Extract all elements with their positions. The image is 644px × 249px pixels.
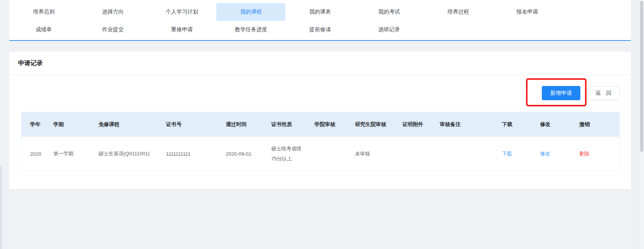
column-header-pass-date: 通过时间 bbox=[222, 112, 268, 137]
column-header-download: 下载 bbox=[498, 112, 536, 137]
tab-cultivation-process[interactable]: 培养过程 bbox=[424, 3, 493, 21]
cell-certificate-no: 1111111111 bbox=[162, 137, 222, 171]
tab-navigation: 培养总则 选择方向 个人学习计划 我的课程 我的课表 我的考试 培养过程 报名申… bbox=[9, 0, 631, 41]
tab-row-2: 成绩单 作业提交 重修申请 教学任务进度 提前修读 选班记录 bbox=[9, 21, 631, 39]
cell-modify: 修改 bbox=[536, 137, 576, 171]
tab-cultivation-rules[interactable]: 培养总则 bbox=[9, 3, 78, 21]
tab-my-courses[interactable]: 我的课程 bbox=[216, 3, 285, 21]
left-edge-shadow bbox=[0, 166, 3, 249]
column-header-certificate-type: 证书性质 bbox=[268, 112, 311, 137]
page: 培养总则 选择方向 个人学习计划 我的课程 我的课表 我的考试 培养过程 报名申… bbox=[0, 0, 644, 249]
add-application-button[interactable]: 新增申请 bbox=[542, 86, 580, 100]
cell-certificate-type: 硕士统考成绩 75分以上 bbox=[268, 137, 311, 171]
records-table: 学年 学期 免修课程 证书号 通过时间 证书性质 学院审核 研究生院审核 证明附… bbox=[21, 112, 620, 171]
column-header-revoke: 撤销 bbox=[576, 112, 620, 137]
application-records-panel: 申请记录 新增申请 返 回 学年 学期 免修课程 证书 bbox=[9, 52, 631, 189]
vertical-scrollbar[interactable] bbox=[639, 0, 644, 249]
tab-class-selection-records[interactable]: 选班记录 bbox=[355, 21, 424, 39]
certificate-type-line-2: 75分以上 bbox=[271, 154, 309, 164]
tab-homework-submission[interactable]: 作业提交 bbox=[78, 21, 147, 39]
column-header-proof-attachment: 证明附件 bbox=[399, 112, 436, 137]
cell-revoke: 删除 bbox=[576, 137, 620, 171]
tab-teaching-task-progress[interactable]: 教学任务进度 bbox=[216, 21, 285, 39]
column-header-modify: 修改 bbox=[536, 112, 576, 137]
cell-proof-attachment bbox=[399, 137, 436, 171]
certificate-type-line-1: 硕士统考成绩 bbox=[271, 144, 309, 154]
tab-registration-application[interactable]: 报名申请 bbox=[493, 3, 562, 21]
download-link[interactable]: 下载 bbox=[502, 151, 512, 156]
column-header-semester: 学期 bbox=[50, 112, 95, 137]
tab-row-1: 培养总则 选择方向 个人学习计划 我的课程 我的课表 我的考试 培养过程 报名申… bbox=[9, 3, 631, 21]
panel-title-bar: 申请记录 bbox=[9, 52, 631, 75]
page-title: 申请记录 bbox=[18, 59, 43, 67]
column-header-review-note: 审核备注 bbox=[436, 112, 498, 137]
column-header-exempt-course: 免修课程 bbox=[95, 112, 162, 137]
cell-exempt-course: 硕士生英语(Q0111001) bbox=[95, 137, 162, 171]
delete-link[interactable]: 删除 bbox=[580, 151, 590, 156]
cell-college-review bbox=[311, 137, 351, 171]
column-header-year: 学年 bbox=[22, 112, 50, 137]
tab-direction-selection[interactable]: 选择方向 bbox=[78, 3, 147, 21]
tab-my-timetable[interactable]: 我的课表 bbox=[285, 3, 354, 21]
cell-pass-date: 2020-09-01 bbox=[222, 137, 268, 171]
tab-my-exams[interactable]: 我的考试 bbox=[355, 3, 424, 21]
cell-download: 下载 bbox=[498, 137, 536, 171]
back-button[interactable]: 返 回 bbox=[587, 86, 620, 100]
scrollbar-thumb[interactable] bbox=[640, 1, 643, 152]
cell-grad-school-review: 未审核 bbox=[351, 137, 399, 171]
table-row: 2020 第一学期 硕士生英语(Q0111001) 1111111111 202… bbox=[22, 137, 620, 171]
column-header-certificate-no: 证书号 bbox=[162, 112, 222, 137]
cell-review-note bbox=[436, 137, 498, 171]
tab-personal-study-plan[interactable]: 个人学习计划 bbox=[147, 3, 216, 21]
column-header-college-review: 学院审核 bbox=[311, 112, 351, 137]
records-table-wrapper: 学年 学期 免修课程 证书号 通过时间 证书性质 学院审核 研究生院审核 证明附… bbox=[21, 112, 619, 171]
table-header-row: 学年 学期 免修课程 证书号 通过时间 证书性质 学院审核 研究生院审核 证明附… bbox=[22, 112, 620, 137]
tab-advance-study[interactable]: 提前修读 bbox=[285, 21, 354, 39]
tab-transcript[interactable]: 成绩单 bbox=[9, 21, 78, 39]
tab-retake-application[interactable]: 重修申请 bbox=[147, 21, 216, 39]
cell-year: 2020 bbox=[22, 137, 50, 171]
column-header-grad-school-review: 研究生院审核 bbox=[351, 112, 399, 137]
modify-link[interactable]: 修改 bbox=[540, 151, 550, 156]
cell-semester: 第一学期 bbox=[50, 137, 95, 171]
